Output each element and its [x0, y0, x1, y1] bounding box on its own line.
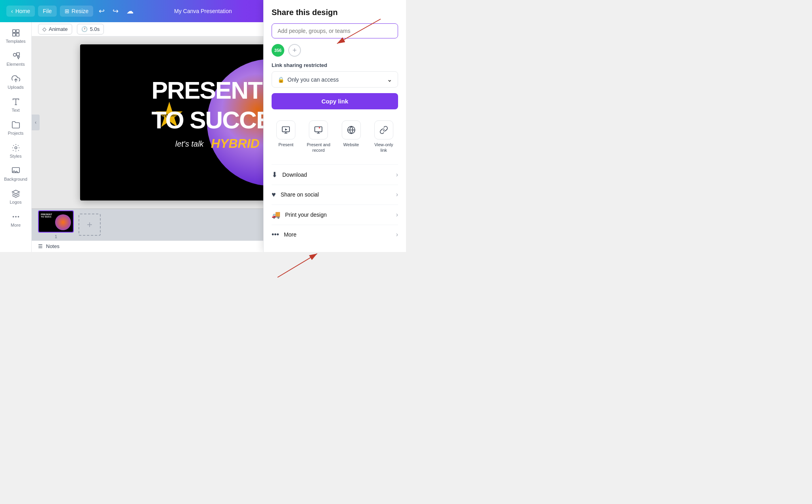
sidebar-label-more: More — [11, 223, 21, 227]
chevron-right-icon-3: › — [396, 211, 398, 218]
svg-rect-6 — [16, 53, 19, 55]
share-owner-avatar: 356 — [272, 44, 284, 57]
print-icon: 🚚 — [272, 210, 280, 219]
svg-point-14 — [17, 216, 19, 218]
sidebar-item-uploads[interactable]: Uploads — [2, 71, 29, 93]
chevron-right-icon-2: › — [396, 191, 398, 198]
share-actions-grid: Present Present and record Website View-… — [272, 117, 398, 157]
svg-point-18 — [319, 127, 320, 129]
sidebar-label-elements: Elements — [7, 62, 25, 67]
add-person-button[interactable]: + — [288, 44, 301, 57]
resize-button[interactable]: ⊞ Resize — [60, 6, 94, 17]
sidebar-label-uploads: Uploads — [8, 85, 23, 90]
sidebar-item-elements[interactable]: Elements — [2, 48, 29, 70]
sidebar-label-styles: Styles — [10, 154, 22, 158]
main-layout: Templates Elements Uploads Text Projects… — [0, 22, 406, 252]
slide-thumbnail-1[interactable]: PRESENTTO SUCC — [38, 210, 74, 233]
svg-point-4 — [13, 53, 16, 56]
slide-text-present: PRESENT — [151, 76, 262, 104]
home-button[interactable]: ‹ Home — [6, 6, 35, 17]
animate-icon: ◇ — [42, 26, 46, 32]
slide-number-1: 1 — [55, 234, 57, 239]
svg-rect-1 — [16, 30, 19, 32]
svg-point-12 — [12, 216, 14, 218]
website-icon — [342, 120, 361, 139]
sidebar-item-projects[interactable]: Projects — [2, 117, 29, 139]
share-action-website[interactable]: Website — [337, 117, 366, 157]
present-record-label: Present and record — [306, 142, 331, 153]
website-label: Website — [343, 142, 359, 147]
svg-point-13 — [15, 216, 17, 218]
notes-icon: ☰ — [38, 243, 43, 249]
sidebar: Templates Elements Uploads Text Projects… — [0, 22, 32, 252]
chevron-right-icon: › — [396, 171, 398, 178]
slide-text-hybrid: HYBRID — [211, 136, 260, 151]
download-icon: ⬇ — [272, 170, 278, 179]
slide-text-succeed: TO SUCCE — [151, 106, 272, 134]
scroll-left-button[interactable]: ‹ — [32, 115, 40, 130]
sidebar-item-styles[interactable]: Styles — [2, 140, 29, 162]
share-menu-more[interactable]: ••• More › — [272, 225, 398, 244]
sidebar-label-projects: Projects — [8, 131, 24, 136]
share-people-input[interactable] — [272, 23, 398, 38]
animate-button[interactable]: ◇ Animate — [38, 24, 72, 34]
share-people-row: 356 + — [272, 44, 398, 57]
present-action-label: Present — [278, 142, 293, 147]
chevron-right-icon-4: › — [396, 231, 398, 238]
svg-rect-0 — [12, 30, 15, 32]
duration-button[interactable]: 🕐 5.0s — [77, 24, 104, 34]
resize-icon: ⊞ — [65, 8, 69, 14]
sidebar-item-logos[interactable]: Logos — [2, 186, 29, 208]
lock-icon: 🔒 — [278, 76, 284, 83]
svg-marker-5 — [17, 57, 19, 59]
chevron-left-icon: ‹ — [11, 8, 13, 14]
present-record-icon — [309, 120, 328, 139]
more-dots-icon: ••• — [272, 231, 279, 239]
add-slide-button[interactable]: + — [79, 214, 101, 236]
present-action-icon — [276, 120, 295, 139]
document-title: My Canva Presentation — [174, 8, 232, 14]
share-action-view-only[interactable]: View-only link — [370, 117, 398, 157]
view-only-icon — [374, 120, 393, 139]
file-button[interactable]: File — [38, 6, 57, 17]
sidebar-label-logos: Logos — [10, 200, 22, 204]
sidebar-item-background[interactable]: Background — [2, 163, 29, 185]
share-action-present-record[interactable]: Present and record — [304, 117, 333, 157]
notes-label: Notes — [46, 243, 59, 249]
sidebar-label-text: Text — [11, 108, 19, 113]
share-action-present[interactable]: Present — [272, 117, 300, 157]
copy-link-button[interactable]: Copy link — [272, 93, 398, 109]
link-sharing-label: Link sharing restricted — [272, 62, 398, 68]
sidebar-item-templates[interactable]: Templates — [2, 25, 29, 47]
heart-icon: ♥ — [272, 191, 276, 199]
cloud-save-button[interactable]: ☁ — [124, 4, 136, 18]
sidebar-label-templates: Templates — [6, 39, 25, 44]
svg-rect-17 — [315, 127, 322, 132]
svg-rect-2 — [12, 33, 15, 36]
svg-marker-16 — [285, 128, 287, 131]
access-dropdown[interactable]: 🔒 Only you can access ⌄ — [272, 71, 398, 88]
share-menu-print[interactable]: 🚚 Print your design › — [272, 204, 398, 225]
share-panel: Share this design 356 + Link sharing res… — [263, 0, 406, 252]
svg-rect-3 — [16, 33, 19, 36]
share-panel-title: Share this design — [272, 8, 398, 17]
view-only-label: View-only link — [371, 142, 396, 153]
sidebar-label-background: Background — [4, 177, 27, 181]
sidebar-item-more[interactable]: More — [2, 209, 29, 231]
svg-point-10 — [15, 147, 17, 149]
undo-button[interactable]: ↩ — [96, 4, 107, 18]
clock-icon: 🕐 — [81, 26, 88, 32]
redo-button[interactable]: ↪ — [110, 4, 121, 18]
share-menu-social[interactable]: ♥ Share on social › — [272, 185, 398, 204]
share-menu-download[interactable]: ⬇ Download › — [272, 164, 398, 185]
chevron-down-icon: ⌄ — [387, 76, 392, 83]
slide-text-lets: let's talk — [175, 139, 204, 149]
sidebar-item-text[interactable]: Text — [2, 94, 29, 116]
